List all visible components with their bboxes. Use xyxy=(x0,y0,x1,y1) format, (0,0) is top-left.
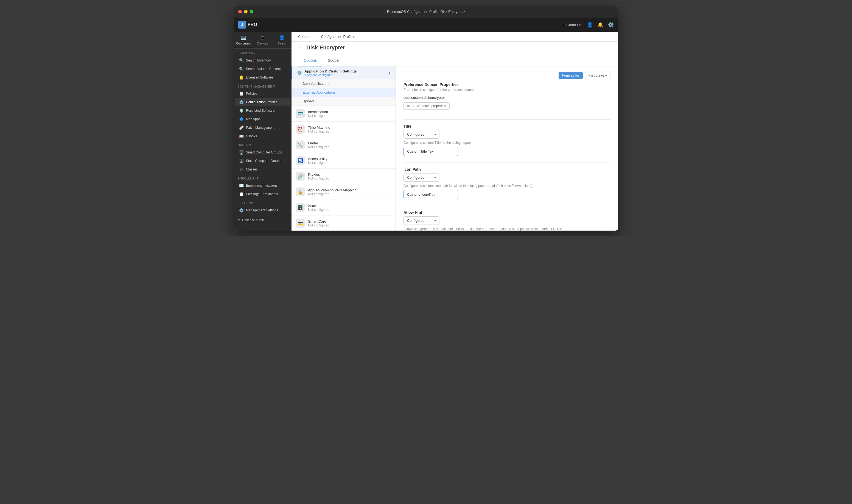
minimize-button[interactable] xyxy=(244,10,248,14)
payload-item-finder-text: Finder Not configured xyxy=(308,141,329,149)
enrollment-section-label: ENROLLMENT xyxy=(234,174,291,181)
add-remove-properties-button[interactable]: ⊕ Add/Remove properties xyxy=(403,102,450,110)
configuration-profiles-label: Configuration Profiles xyxy=(246,100,277,104)
domain-text: com.custom.diskencrypter xyxy=(403,95,611,100)
application-custom-settings-header[interactable]: ⚙️ Application & Custom Settings 1 paylo… xyxy=(291,67,396,79)
proxies-icon: 🔗 xyxy=(296,172,305,181)
sidebar-item-restricted-software[interactable]: 🛡️ Restricted Software xyxy=(235,107,290,115)
sidebar-item-prestage-enrollments[interactable]: 📋 PreStage Enrollments xyxy=(235,190,290,198)
search-volume-icon: 🔍 xyxy=(239,67,244,71)
sidebar-item-enrollment-invitations[interactable]: ✉️ Enrollment Invitations xyxy=(235,181,290,190)
field-help-allow-hint: Allows and generates a additional alert … xyxy=(403,227,611,231)
user-menu[interactable]: Full Jamf Pro xyxy=(561,23,582,27)
sidebar-item-management-settings[interactable]: ⚙️ Management Settings xyxy=(235,206,290,214)
allow-hint-select-wrapper: Configured Not configured ▼ xyxy=(403,216,439,225)
sidebar-item-smart-computer-groups[interactable]: 🖥️ Smart Computer Groups xyxy=(235,148,290,157)
sidebar-item-classes[interactable]: 🎓 Classes xyxy=(235,165,290,174)
title-input[interactable] xyxy=(403,147,458,156)
top-nav-right: Full Jamf Pro 👤 🔔 ⚙️ xyxy=(561,22,614,28)
payload-parent-badge: 1 payload configured xyxy=(304,73,357,77)
payload-item-xsan-text: Xsan Not configured xyxy=(308,204,329,212)
payload-item-xsan[interactable]: 🗄️ Xsan Not configured xyxy=(291,200,396,215)
payload-item-proxies-text: Proxies Not configured xyxy=(308,173,329,180)
payload-item-accessibility[interactable]: ♿ Accessibility Not configured xyxy=(291,153,396,168)
form-editor-button[interactable]: Form editor xyxy=(559,72,582,79)
payload-item-finder[interactable]: 🔍 Finder Not configured xyxy=(291,137,396,153)
collapse-menu-button[interactable]: ⊕ Collapse Menu xyxy=(234,215,291,226)
field-help-icon-path: Configures a custom icon path for within… xyxy=(403,184,611,188)
maximize-button[interactable] xyxy=(250,10,253,14)
policies-label: Policies xyxy=(246,92,257,95)
payload-sub-upload[interactable]: Upload xyxy=(291,97,396,106)
user-icon[interactable]: 👤 xyxy=(587,22,593,28)
payload-item-smart-card[interactable]: 💳 Smart Card Not configured xyxy=(291,215,396,231)
main-layout: 💻 Computers 📱 Devices 👤 Users INVENTORY … xyxy=(234,32,618,231)
prestage-enrollments-icon: 📋 xyxy=(239,192,244,196)
restricted-software-icon: 🛡️ xyxy=(239,108,244,113)
payload-item-accessibility-text: Accessibility Not configured xyxy=(308,157,329,165)
xsan-status: Not configured xyxy=(308,208,329,212)
payload-item-app-vpn[interactable]: 🔒 App-To-Per-App VPN Mapping Not configu… xyxy=(291,184,396,200)
page-header: ← Disk Encrypter xyxy=(291,42,618,55)
plist-preview-button[interactable]: Plist preview xyxy=(585,72,611,79)
title-bar: Edit macOS Configuration Profile Disk En… xyxy=(234,5,618,18)
field-group-allow-hint: Allow Hint Configured Not configured ▼ A… xyxy=(403,210,611,231)
icon-path-input[interactable] xyxy=(403,190,458,199)
sidebar-item-search-inventory[interactable]: 🔍 Search Inventory xyxy=(235,56,290,65)
payload-item-app-vpn-text: App-To-Per-App VPN Mapping Not configure… xyxy=(308,188,357,196)
sidebar-item-search-volume[interactable]: 🔍 Search Volume Content xyxy=(235,65,290,73)
smart-computer-groups-label: Smart Computer Groups xyxy=(246,150,282,154)
back-button[interactable]: ← xyxy=(298,44,304,51)
smart-card-status: Not configured xyxy=(308,223,329,227)
form-top-actions: Form editor Plist preview xyxy=(403,72,611,79)
payload-item-proxies[interactable]: 🔗 Proxies Not configured xyxy=(291,168,396,184)
identification-icon: 🪪 xyxy=(296,109,305,118)
sidebar-item-static-computer-groups[interactable]: 🖥️ Static Computer Groups xyxy=(235,157,290,165)
accessibility-icon: ♿ xyxy=(296,156,305,165)
sidebar-item-patch-management[interactable]: 🩹 Patch Management xyxy=(235,124,290,132)
tab-options[interactable]: Options xyxy=(298,55,322,67)
payload-sub-jamf-applications[interactable]: Jamf Applications xyxy=(291,79,396,88)
breadcrumb: Computers › Configuration Profiles xyxy=(291,32,618,42)
finder-status: Not configured xyxy=(308,145,329,149)
breadcrumb-computers[interactable]: Computers xyxy=(298,35,316,39)
payload-item-identification[interactable]: 🪪 Identification Not configured xyxy=(291,106,396,122)
sidebar-item-policies[interactable]: 📋 Policies xyxy=(235,89,290,98)
title-configured-select[interactable]: Configured Not configured xyxy=(403,130,439,139)
sidebar-item-mac-apps[interactable]: 🔷 Mac Apps xyxy=(235,115,290,123)
static-computer-groups-label: Static Computer Groups xyxy=(246,159,282,163)
settings-icon[interactable]: ⚙️ xyxy=(608,22,614,28)
finder-icon: 🔍 xyxy=(296,141,305,149)
field-help-title: Configures a custom Title for the dialog… xyxy=(403,141,611,145)
tab-bar: Options Scope xyxy=(291,55,618,67)
payload-item-time-machine[interactable]: ⏰ Time Machine Not configured xyxy=(291,122,396,137)
sidebar-item-configuration-profiles[interactable]: ⚙️ Configuration Profiles xyxy=(235,98,290,106)
sidebar-tab-computers[interactable]: 💻 Computers xyxy=(234,32,253,48)
payload-parent-info: Application & Custom Settings 1 payload … xyxy=(304,69,357,77)
close-button[interactable] xyxy=(238,10,242,14)
sidebar-item-ebooks[interactable]: 📖 eBooks xyxy=(235,132,290,140)
policies-icon: 📋 xyxy=(239,91,244,96)
breadcrumb-configuration-profiles[interactable]: Configuration Profiles xyxy=(321,35,355,39)
licensed-software-icon: 🔔 xyxy=(239,75,244,79)
app-settings-icon: ⚙️ xyxy=(297,70,302,75)
enrollment-invitations-label: Enrollment Invitations xyxy=(246,184,277,187)
icon-path-configured-select[interactable]: Configured Not configured xyxy=(403,173,439,182)
allow-hint-configured-select[interactable]: Configured Not configured xyxy=(403,216,439,225)
inventory-section-label: INVENTORY xyxy=(234,49,291,56)
sidebar-tab-users[interactable]: 👤 Users xyxy=(272,32,291,48)
tab-scope[interactable]: Scope xyxy=(322,55,344,67)
identification-name: Identification xyxy=(308,110,329,114)
proxies-status: Not configured xyxy=(308,177,329,180)
icon-path-select-wrapper: Configured Not configured ▼ xyxy=(403,173,439,182)
payload-sub-external-applications[interactable]: External Applications xyxy=(291,88,396,97)
traffic-lights xyxy=(238,10,253,14)
classes-icon: 🎓 xyxy=(239,167,244,172)
time-machine-name: Time Machine xyxy=(308,125,330,130)
field-label-allow-hint: Allow Hint xyxy=(403,210,611,215)
users-icon: 👤 xyxy=(279,35,285,41)
notifications-icon[interactable]: 🔔 xyxy=(597,22,603,28)
sidebar-tab-devices[interactable]: 📱 Devices xyxy=(253,32,272,48)
static-computer-groups-icon: 🖥️ xyxy=(239,159,244,163)
sidebar-item-licensed-software[interactable]: 🔔 Licensed Software xyxy=(235,73,290,82)
